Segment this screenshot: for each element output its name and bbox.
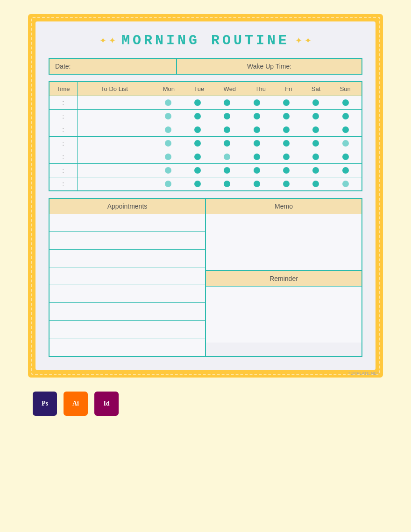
dot-r0-d6: [342, 99, 349, 106]
dot-r0-d1: [194, 99, 201, 106]
dot-r5-d0: [165, 167, 171, 174]
dot-r2-d5: [312, 126, 319, 133]
photoshop-icon: Ps: [33, 392, 57, 416]
todo-cell-4: [77, 150, 152, 164]
appointments-column: Appointments: [50, 199, 206, 356]
time-cell-0: :: [49, 96, 77, 110]
dot-r2-d4: [283, 126, 290, 133]
time-cell-3: :: [49, 137, 77, 150]
reminder-header: Reminder: [206, 271, 361, 287]
schedule-row-5: :: [49, 164, 362, 177]
bottom-section: Appointments Memo: [49, 198, 362, 357]
appt-line-5: [50, 285, 205, 303]
day-fri: Fri: [285, 85, 292, 92]
appt-line-7: [50, 321, 205, 338]
days-header-cell: Mon Tue Wed Thu Fri Sat Sun: [152, 82, 362, 96]
sparkle-left-icon: ✦ ✦: [99, 35, 116, 46]
schedule-row-6: :: [49, 177, 362, 191]
dot-r4-d6: [342, 154, 349, 160]
dot-r1-d0: [165, 113, 171, 119]
dot-r1-d6: [342, 113, 349, 119]
sparkle-right-icon: ✦ ✦: [295, 35, 312, 46]
dot-r2-d3: [254, 126, 260, 133]
dot-r6-d3: [254, 181, 260, 187]
days-dots-5: [152, 164, 362, 177]
day-sat: Sat: [312, 85, 321, 92]
days-dots-2: [152, 123, 362, 137]
indesign-icon: Id: [94, 392, 119, 416]
todo-header: To Do List: [77, 82, 152, 96]
days-dots-3: [152, 137, 362, 150]
watermark: TEMPLATE.NET: [348, 371, 379, 376]
memo-body: [206, 214, 361, 270]
dot-r4-d4: [283, 154, 290, 160]
day-thu: Thu: [255, 85, 265, 92]
day-sun: Sun: [340, 85, 351, 92]
appointments-lines: [50, 214, 205, 356]
title-row: ✦ ✦ MORNING ROUTINE ✦ ✦: [49, 33, 362, 49]
dot-r1-d2: [224, 113, 230, 119]
dot-r3-d0: [165, 140, 171, 147]
dot-r3-d5: [312, 140, 319, 147]
date-wake-row: Date: Wake Up Time:: [49, 58, 362, 75]
inner-card: ✦ ✦ MORNING ROUTINE ✦ ✦ Date: Wake Up Ti…: [35, 21, 376, 370]
time-cell-2: :: [49, 123, 77, 137]
dot-r3-d6: [342, 140, 349, 147]
dot-r1-d1: [194, 113, 201, 119]
time-cell-6: :: [49, 177, 77, 191]
memo-section: Memo: [206, 199, 361, 271]
time-header: Time: [49, 82, 77, 96]
dot-r0-d3: [254, 99, 260, 106]
todo-cell-3: [77, 137, 152, 150]
dot-r1-d5: [312, 113, 319, 119]
time-cell-5: :: [49, 164, 77, 177]
appt-line-6: [50, 303, 205, 321]
days-dots-1: [152, 110, 362, 123]
dot-r1-d3: [254, 113, 260, 119]
dot-r4-d1: [194, 154, 201, 160]
time-cell-4: :: [49, 150, 77, 164]
wake-cell: Wake Up Time:: [176, 59, 361, 74]
day-tue: Tue: [194, 85, 204, 92]
outer-card: ✦ ✦ MORNING ROUTINE ✦ ✦ Date: Wake Up Ti…: [28, 14, 383, 378]
schedule-table: Time To Do List Mon Tue Wed Thu Fri Sat …: [49, 81, 362, 191]
reminder-section: Reminder: [206, 271, 361, 343]
days-group: Mon Tue Wed Thu Fri Sat Sun: [154, 85, 360, 92]
time-cell-1: :: [49, 110, 77, 123]
reminder-body: [206, 287, 361, 343]
dot-r3-d4: [283, 140, 290, 147]
dot-r0-d2: [224, 99, 230, 106]
dot-r5-d4: [283, 167, 290, 174]
appt-line-8: [50, 338, 205, 356]
schedule-row-0: :: [49, 96, 362, 110]
dot-r0-d5: [312, 99, 319, 106]
dot-r5-d1: [194, 167, 201, 174]
dot-r6-d2: [224, 181, 230, 187]
day-mon: Mon: [163, 85, 175, 92]
schedule-row-1: :: [49, 110, 362, 123]
schedule-row-3: :: [49, 137, 362, 150]
dot-r2-d2: [224, 126, 230, 133]
day-wed: Wed: [224, 85, 236, 92]
dot-r3-d2: [224, 140, 230, 147]
dot-r3-d1: [194, 140, 201, 147]
todo-cell-6: [77, 177, 152, 191]
dot-r1-d4: [283, 113, 290, 119]
appointments-header: Appointments: [50, 199, 205, 214]
todo-cell-2: [77, 123, 152, 137]
dot-r5-d3: [254, 167, 260, 174]
dot-r5-d6: [342, 167, 349, 174]
right-column: Memo Reminder: [206, 199, 361, 356]
appt-line-3: [50, 250, 205, 267]
todo-cell-5: [77, 164, 152, 177]
days-dots-6: [152, 177, 362, 191]
days-dots-4: [152, 150, 362, 164]
appt-line-2: [50, 232, 205, 250]
dot-r6-d1: [194, 181, 201, 187]
todo-cell-1: [77, 110, 152, 123]
todo-cell-0: [77, 96, 152, 110]
dot-r6-d4: [283, 181, 290, 187]
memo-header: Memo: [206, 199, 361, 214]
dot-r4-d5: [312, 154, 319, 160]
dot-r4-d3: [254, 154, 260, 160]
